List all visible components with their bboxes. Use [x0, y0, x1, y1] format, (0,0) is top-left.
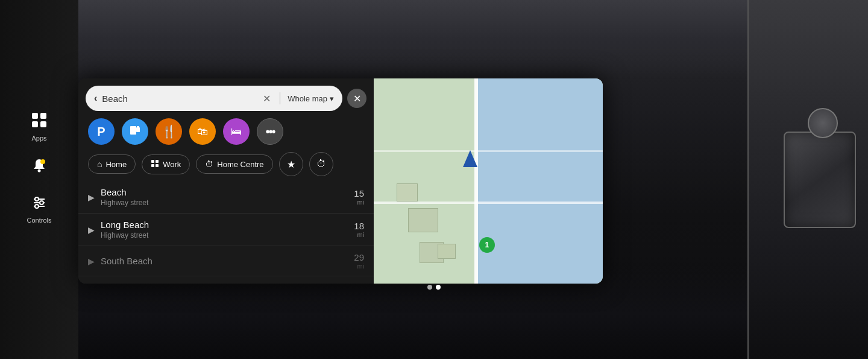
result-info-beach: Beach Highway street — [101, 187, 354, 207]
sidebar-item-apps[interactable]: Apps — [27, 108, 51, 142]
svg-rect-13 — [136, 127, 140, 132]
apps-icon — [27, 108, 51, 132]
category-shopping[interactable]: 🛍 — [189, 118, 216, 145]
search-back-button[interactable]: ‹ — [94, 93, 97, 104]
close-search-button[interactable]: ✕ — [347, 89, 366, 108]
home-centre-label: Home Centre — [217, 160, 263, 169]
map-building-3 — [408, 208, 438, 232]
svg-rect-17 — [151, 164, 154, 167]
navigation-arrow — [463, 150, 477, 167]
result-distance-south-beach: 29 mi — [354, 252, 364, 270]
map-marker-destination: 1 — [479, 237, 495, 253]
whole-map-label: Whole map — [288, 94, 327, 103]
map-road-main — [474, 78, 478, 284]
svg-point-9 — [35, 197, 39, 201]
map-road-h2 — [374, 150, 603, 152]
svg-rect-1 — [40, 113, 46, 119]
controls-icon — [27, 190, 51, 214]
result-sub-long-beach: Highway street — [101, 231, 354, 240]
results-list: ▶ Beach Highway street 15 mi ▶ Long Beac… — [78, 181, 374, 284]
svg-point-10 — [40, 201, 43, 205]
result-dist-unit-beach: mi — [354, 199, 364, 206]
result-dist-value-beach: 15 — [354, 188, 364, 199]
svg-rect-3 — [40, 121, 46, 127]
map-road-horizontal — [374, 202, 603, 204]
result-name-beach: Beach — [101, 187, 354, 197]
fuel-icon — [128, 124, 142, 140]
category-fuel[interactable] — [122, 118, 148, 145]
svg-rect-18 — [156, 164, 159, 167]
category-food[interactable]: 🍴 — [156, 118, 182, 145]
category-hotel[interactable]: 🛏 — [223, 118, 250, 145]
svg-rect-15 — [151, 160, 154, 163]
result-name-south-beach: South Beach — [101, 256, 354, 266]
whole-map-chevron-icon: ▾ — [330, 94, 334, 103]
map-panel[interactable]: 1 — [374, 78, 603, 284]
pagination-dots — [427, 285, 441, 290]
search-clear-button[interactable]: ✕ — [260, 92, 272, 104]
result-marker-beach: ▶ — [88, 192, 95, 202]
shortcut-row: ⌂ Home Work ⏱ Home Centre — [78, 147, 374, 181]
result-item-long-beach[interactable]: ▶ Long Beach Highway street 18 mi — [78, 214, 374, 246]
svg-point-5 — [40, 159, 45, 164]
result-marker-long-beach: ▶ — [88, 225, 95, 235]
category-row: P 🍴 🛍 🛏 ••• — [78, 116, 374, 147]
svg-rect-0 — [32, 113, 38, 119]
result-distance-beach: 15 mi — [354, 188, 364, 206]
home-shortcut-button[interactable]: ⌂ Home — [88, 154, 136, 174]
search-divider — [280, 92, 280, 104]
result-dist-value-long-beach: 18 — [354, 221, 364, 231]
steering-circle — [808, 108, 838, 138]
work-icon — [151, 159, 159, 170]
map-building-4 — [397, 183, 418, 202]
food-icon: 🍴 — [162, 124, 177, 139]
sidebar-item-alerts[interactable] — [27, 154, 51, 178]
search-bar[interactable]: ‹ Beach ✕ Whole map ▾ — [86, 86, 342, 111]
svg-point-4 — [38, 170, 41, 173]
star-icon: ★ — [287, 159, 295, 170]
result-dist-unit-south-beach: mi — [354, 262, 364, 270]
result-dist-value-south-beach: 29 — [354, 252, 364, 262]
result-dist-unit-long-beach: mi — [354, 231, 364, 238]
result-name-long-beach: Long Beach — [101, 220, 354, 230]
map-water — [477, 78, 603, 284]
search-query-text: Beach — [102, 94, 256, 104]
dashboard-top-chrome — [0, 0, 868, 78]
svg-rect-16 — [156, 160, 159, 163]
svg-rect-14 — [137, 126, 139, 128]
category-more[interactable]: ••• — [257, 118, 283, 145]
home-label: Home — [105, 160, 127, 169]
svg-rect-2 — [32, 121, 38, 127]
sidebar-item-controls[interactable]: Controls — [27, 190, 52, 224]
result-info-long-beach: Long Beach Highway street — [101, 220, 354, 240]
home-centre-shortcut-button[interactable]: ⏱ Home Centre — [196, 154, 272, 174]
parking-icon: P — [97, 125, 105, 139]
whole-map-button[interactable]: Whole map ▾ — [288, 94, 334, 103]
main-display: ‹ Beach ✕ Whole map ▾ ✕ P — [78, 78, 603, 284]
home-centre-icon: ⏱ — [205, 159, 213, 169]
left-sidebar: Apps Controls — [0, 60, 78, 272]
bell-icon — [27, 154, 51, 178]
history-button[interactable]: ⏱ — [309, 152, 333, 176]
work-label: Work — [163, 160, 181, 169]
map-marker-label: 1 — [485, 241, 489, 249]
apps-label: Apps — [31, 135, 46, 142]
category-parking[interactable]: P — [88, 118, 115, 145]
map-building-2 — [438, 244, 456, 259]
result-sub-beach: Highway street — [101, 199, 354, 207]
result-item-south-beach[interactable]: ▶ South Beach 29 mi — [78, 246, 374, 276]
svg-rect-12 — [130, 126, 136, 135]
result-distance-long-beach: 18 mi — [354, 221, 364, 238]
result-item-beach[interactable]: ▶ Beach Highway street 15 mi — [78, 181, 374, 214]
history-icon: ⏱ — [316, 159, 326, 170]
result-info-south-beach: South Beach — [101, 256, 354, 266]
result-marker-south-beach: ▶ — [88, 256, 95, 266]
dot-2 — [436, 285, 441, 290]
home-icon: ⌂ — [97, 159, 102, 169]
svg-point-11 — [35, 205, 39, 208]
work-shortcut-button[interactable]: Work — [142, 154, 190, 174]
steering-dial — [784, 132, 856, 228]
search-bar-container: ‹ Beach ✕ Whole map ▾ ✕ — [78, 78, 374, 116]
controls-label: Controls — [27, 217, 52, 224]
favorites-button[interactable]: ★ — [279, 152, 303, 176]
